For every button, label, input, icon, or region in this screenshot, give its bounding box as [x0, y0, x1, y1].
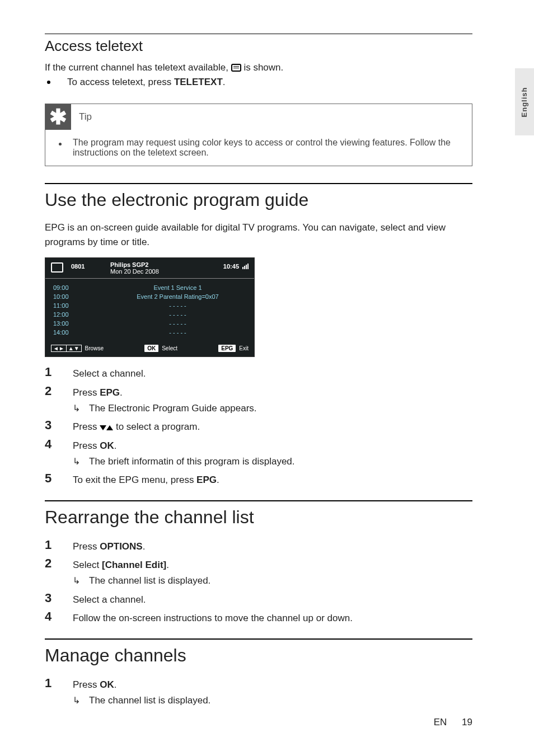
tip-body-text: The program may request using color keys…: [73, 138, 458, 158]
epg-intro: EPG is an on-screen guide available for …: [45, 220, 472, 250]
epg-row: 11:00- - - - -: [45, 301, 254, 310]
epg-row: 09:00Event 1 Service 1: [45, 283, 254, 292]
tv-icon: [51, 262, 63, 273]
heading-access-teletext: Access teletext: [45, 37, 472, 55]
step-text: Press EPG. ↳The Electronic Program Guide…: [73, 384, 472, 416]
nav-arrows-icon: ◄►▲▼: [51, 345, 82, 352]
footer-page-number: 19: [462, 717, 472, 727]
epg-title-line2: Mon 20 Dec 2008: [110, 268, 223, 275]
heading-rearrange: Rearrange the channel list: [45, 507, 472, 528]
result-arrow-icon: ↳: [73, 402, 80, 416]
result-arrow-icon: ↳: [73, 455, 80, 469]
rearrange-steps: 1Press OPTIONS. 2 Select [Channel Edit].…: [45, 538, 472, 626]
manage-steps: 1 Press OK. ↳The channel list is display…: [45, 676, 472, 708]
ok-pill: OK: [144, 345, 158, 352]
heading-epg: Use the electronic program guide: [45, 190, 472, 210]
teletext-icon: [231, 64, 241, 72]
epg-row: 13:00- - - - -: [45, 319, 254, 328]
bullet-dot-icon: [47, 81, 50, 84]
step-text: Select a channel.: [73, 365, 472, 381]
teletext-bullet: To access teletext, press TELETEXT.: [47, 75, 472, 90]
teletext-intro: If the current channel has teletext avai…: [45, 60, 472, 75]
step-text: To exit the EPG menu, press EPG.: [73, 471, 472, 487]
bullet-dot-icon: [59, 143, 62, 145]
footer-lang: EN: [434, 717, 447, 727]
epg-clock: 10:45: [223, 263, 239, 270]
tip-label: Tip: [79, 111, 92, 123]
epg-row: 14:00- - - - -: [45, 328, 254, 337]
down-triangle-icon: [100, 425, 106, 430]
result-arrow-icon: ↳: [73, 694, 80, 708]
tip-box: ✱ Tip The program may request using colo…: [45, 104, 472, 166]
epg-row: 12:00- - - - -: [45, 310, 254, 319]
page-content: Access teletext If the current channel h…: [0, 0, 534, 708]
language-tab: English: [515, 68, 534, 135]
epg-channel-number: 0801: [71, 263, 110, 270]
epg-title-line1: Philips SGP2: [110, 261, 223, 268]
epg-footer: ◄►▲▼ Browse OK Select EPG Exit: [45, 340, 254, 356]
heading-manage: Manage channels: [45, 645, 472, 666]
epg-rows: 09:00Event 1 Service 1 10:00Event 2 Pare…: [45, 279, 254, 340]
tip-asterisk-icon: ✱: [45, 104, 71, 130]
page-footer: EN 19: [434, 717, 472, 728]
epg-row: 10:00Event 2 Parental Rating=0x07: [45, 292, 254, 301]
result-arrow-icon: ↳: [73, 574, 80, 588]
signal-icon: [242, 264, 249, 269]
epg-steps: 1Select a channel. 2 Press EPG. ↳The Ele…: [45, 365, 472, 487]
step-text: Press OK. ↳The brieft informatin of this…: [73, 437, 472, 469]
epg-pill: EPG: [218, 345, 236, 352]
step-text: Press to select a program.: [73, 418, 472, 434]
up-triangle-icon: [106, 425, 113, 430]
epg-screenshot: 0801 Philips SGP2 Mon 20 Dec 2008 10:45 …: [45, 257, 255, 357]
language-tab-label: English: [521, 87, 529, 117]
